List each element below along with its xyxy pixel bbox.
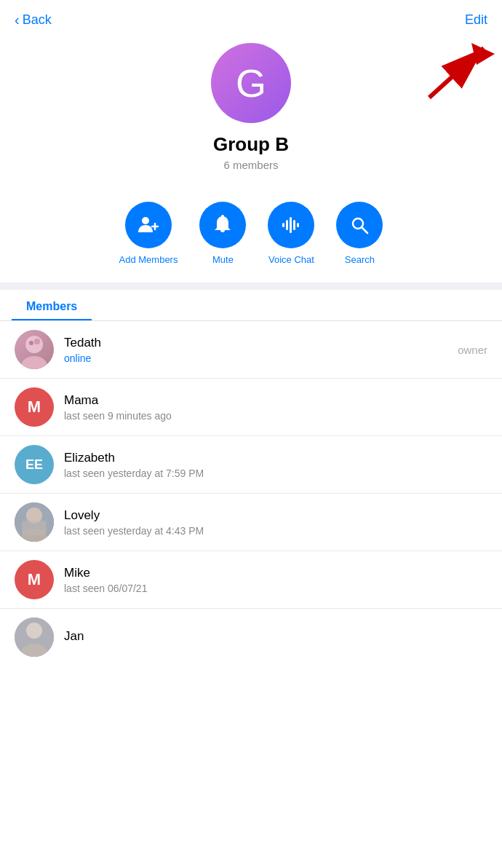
list-item[interactable]: EE Elizabeth last seen yesterday at 7:59… <box>0 436 502 494</box>
mute-icon-circle <box>199 202 246 248</box>
voice-chat-label: Voice Chat <box>268 254 314 265</box>
svg-point-16 <box>29 341 33 345</box>
members-tab-label: Members <box>26 300 77 319</box>
search-icon-circle <box>336 202 383 248</box>
list-item[interactable]: Tedath online owner <box>0 321 502 379</box>
list-item[interactable]: M Mama last seen 9 minutes ago <box>0 379 502 436</box>
members-tab[interactable]: Members <box>12 290 92 320</box>
member-status: last seen 9 minutes ago <box>64 410 487 422</box>
svg-rect-11 <box>297 223 299 227</box>
annotation-arrow <box>393 39 495 108</box>
svg-point-15 <box>21 356 47 369</box>
member-info: Jan <box>64 629 487 646</box>
member-status: last seen yesterday at 7:59 PM <box>64 467 487 479</box>
member-status: last seen yesterday at 4:43 PM <box>64 525 487 537</box>
member-info: Tedath online <box>64 336 447 364</box>
group-avatar: G <box>211 43 291 123</box>
actions-row: Add Members Mute Voice Chat <box>0 189 502 283</box>
search-icon <box>348 213 371 237</box>
header: ‹ Back Edit <box>0 0 502 36</box>
member-name: Jan <box>64 629 487 644</box>
member-status: last seen 06/07/21 <box>64 583 487 594</box>
search-button[interactable]: Search <box>336 202 383 265</box>
list-item[interactable]: Jan <box>0 609 502 666</box>
lovely-avatar-image <box>15 502 54 542</box>
separator <box>0 283 502 290</box>
member-info: Lovely last seen yesterday at 4:43 PM <box>64 508 487 537</box>
member-role: owner <box>458 344 487 356</box>
avatar <box>15 618 54 657</box>
svg-point-3 <box>142 217 149 224</box>
member-name: Mama <box>64 393 487 408</box>
member-name: Lovely <box>64 508 487 523</box>
members-tab-wrapper: Members <box>0 290 502 321</box>
avatar-letter: G <box>236 60 266 106</box>
voice-chat-icon-circle <box>268 202 314 248</box>
avatar: EE <box>15 445 54 484</box>
back-label: Back <box>23 12 52 28</box>
add-members-label: Add Members <box>119 254 178 265</box>
svg-line-13 <box>362 228 368 234</box>
member-info: Elizabeth last seen yesterday at 7:59 PM <box>64 451 487 479</box>
members-section: Members Tedath online owner <box>0 290 502 666</box>
svg-marker-2 <box>471 43 495 65</box>
mute-button[interactable]: Mute <box>199 202 246 265</box>
add-members-button[interactable]: Add Members <box>119 202 178 265</box>
voice-chat-button[interactable]: Voice Chat <box>268 202 314 265</box>
avatar: M <box>15 560 54 599</box>
mute-label: Mute <box>212 254 234 265</box>
member-name: Mike <box>64 566 487 580</box>
svg-rect-10 <box>293 220 295 230</box>
tedath-avatar-image <box>15 330 54 369</box>
members-count: 6 members <box>223 159 278 171</box>
svg-rect-9 <box>290 217 292 233</box>
avatar <box>15 502 54 542</box>
bell-icon <box>211 213 234 237</box>
waveform-icon <box>279 213 303 237</box>
member-info: Mike last seen 06/07/21 <box>64 566 487 594</box>
back-button[interactable]: ‹ Back <box>15 12 52 28</box>
list-item[interactable]: Lovely last seen yesterday at 4:43 PM <box>0 494 502 551</box>
svg-point-6 <box>221 215 224 218</box>
svg-rect-7 <box>282 223 284 227</box>
svg-rect-21 <box>22 521 47 535</box>
add-members-icon-circle <box>125 202 172 248</box>
avatar <box>15 330 54 369</box>
back-chevron-icon: ‹ <box>15 12 20 28</box>
member-name: Tedath <box>64 336 447 350</box>
member-name: Elizabeth <box>64 451 487 465</box>
edit-button[interactable]: Edit <box>465 12 487 27</box>
svg-point-17 <box>34 339 40 344</box>
member-info: Mama last seen 9 minutes ago <box>64 393 487 422</box>
member-status: online <box>64 352 447 364</box>
svg-rect-8 <box>286 220 288 230</box>
avatar: M <box>15 387 54 427</box>
list-item[interactable]: M Mike last seen 06/07/21 <box>0 551 502 609</box>
jan-avatar-image <box>15 618 54 657</box>
search-label: Search <box>345 254 375 265</box>
group-name: Group B <box>213 133 289 156</box>
svg-point-14 <box>25 336 43 353</box>
svg-line-1 <box>429 48 484 98</box>
member-list: Tedath online owner M Mama last seen 9 m… <box>0 321 502 666</box>
svg-point-23 <box>26 623 42 639</box>
add-person-icon <box>137 213 160 237</box>
profile-section: G Group B 6 members <box>0 36 502 189</box>
